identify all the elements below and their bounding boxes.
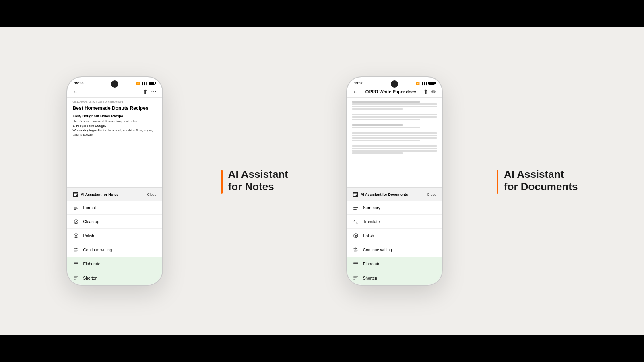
menu-item-cleanup[interactable]: Clean up xyxy=(67,215,162,229)
ai-panel-header-docs: AI Assistant for Documents Close xyxy=(347,188,442,201)
menu-item-summary[interactable]: Summary xyxy=(347,201,442,215)
doc-section-4 xyxy=(352,132,437,141)
shorten-label: Shorten xyxy=(83,276,97,280)
format-label: Format xyxy=(83,206,96,210)
menu-item-polish-docs[interactable]: Polish xyxy=(347,229,442,243)
note-meta: 08/11/2024, 18:52 | 658 | Uncategorised xyxy=(67,98,162,105)
doc-section-3 xyxy=(352,124,437,128)
status-bar-notes: 19:30 📶 ▐▐▐ xyxy=(67,77,162,87)
svg-rect-12 xyxy=(74,251,77,251)
note-subtitle: Easy Doughnut Holes Recipe xyxy=(73,114,157,118)
svg-rect-33 xyxy=(353,263,358,264)
svg-rect-34 xyxy=(353,265,357,265)
svg-rect-13 xyxy=(74,262,78,263)
menu-item-elaborate[interactable]: Elaborate xyxy=(67,257,162,271)
battery-icon-docs xyxy=(428,82,435,85)
svg-rect-6 xyxy=(74,208,78,209)
ai-panel-title-notes: AI Assistant for Notes xyxy=(73,192,119,197)
phone-notes: 19:30 📶 ▐▐▐ ← ⬆ ⋯ 08/11/2024, 18:52 | 65… xyxy=(66,76,163,286)
svg-rect-30 xyxy=(354,250,358,250)
format-icon xyxy=(73,204,79,211)
wifi-icon: 📶 xyxy=(136,82,140,85)
svg-point-10 xyxy=(75,235,77,237)
cleanup-icon xyxy=(73,218,79,225)
polish-label-docs: Polish xyxy=(363,234,374,238)
elaborate-icon xyxy=(73,261,79,267)
svg-rect-32 xyxy=(353,262,358,263)
shorten-icon xyxy=(73,275,79,281)
menu-item-translate[interactable]: A 文 Translate xyxy=(347,215,442,229)
ai-title-text-docs: AI Assistant for Documents xyxy=(361,193,408,197)
polish-icon-docs xyxy=(353,232,359,239)
svg-rect-18 xyxy=(74,279,76,280)
label-group-docs: AI Assistantfor Documents xyxy=(475,168,578,194)
menu-item-continue[interactable]: Continue writing xyxy=(67,243,162,257)
more-button-notes[interactable]: ⋯ xyxy=(151,88,157,95)
nav-bar-notes: ← ⬆ ⋯ xyxy=(67,87,162,98)
svg-rect-25 xyxy=(353,209,357,210)
doc-content-area: AI Assistant for Documents Close Summary xyxy=(347,98,442,273)
status-icons-docs: 📶 ▐▐▐ xyxy=(416,82,435,85)
svg-point-29 xyxy=(355,235,357,237)
time-notes: 19:30 xyxy=(74,81,84,85)
svg-rect-11 xyxy=(74,250,78,250)
top-bar xyxy=(0,0,644,27)
nav-actions-docs: ⬆ ✏ xyxy=(423,88,436,95)
doc-section-2 xyxy=(352,114,437,120)
svg-rect-1 xyxy=(74,193,78,194)
continue-label: Continue writing xyxy=(83,248,112,252)
back-button-docs[interactable]: ← xyxy=(353,88,358,95)
shorten-label-docs: Shorten xyxy=(363,276,377,280)
ai-close-button-docs[interactable]: Close xyxy=(427,193,436,197)
menu-item-polish[interactable]: Polish xyxy=(67,229,162,243)
signal-icon: ▐▐▐ xyxy=(141,82,147,85)
status-icons-notes: 📶 ▐▐▐ xyxy=(136,82,155,85)
orange-bar-1 xyxy=(221,170,223,194)
share-button-docs[interactable]: ⬆ xyxy=(423,88,428,95)
share-button-notes[interactable]: ⬆ xyxy=(143,88,148,95)
menu-item-elaborate-docs[interactable]: Elaborate xyxy=(347,257,442,271)
svg-rect-15 xyxy=(74,265,77,265)
svg-rect-3 xyxy=(74,195,76,196)
svg-rect-37 xyxy=(353,279,355,280)
summary-icon xyxy=(353,204,359,211)
note-content-area: 08/11/2024, 18:52 | 658 | Uncategorised … xyxy=(67,98,162,273)
back-button-notes[interactable]: ← xyxy=(73,88,78,95)
camera-notes xyxy=(111,80,118,88)
ai-close-button-notes[interactable]: Close xyxy=(147,193,157,197)
svg-rect-35 xyxy=(353,276,358,277)
label-text-docs: AI Assistantfor Documents xyxy=(504,168,578,193)
orange-bar-2 xyxy=(497,170,498,194)
label-text-notes: AI Assistantfor Notes xyxy=(228,168,288,193)
svg-rect-20 xyxy=(353,193,357,194)
svg-rect-24 xyxy=(353,207,358,208)
menu-item-shorten-docs[interactable]: Shorten xyxy=(347,271,442,285)
time-docs: 19:30 xyxy=(354,81,363,85)
dashed-line-left-2 xyxy=(475,181,491,181)
summary-label: Summary xyxy=(363,206,380,210)
elaborate-label-docs: Elaborate xyxy=(363,262,380,266)
camera-docs xyxy=(391,80,398,88)
nav-bar-docs: ← OPPO White Paper.docx ⬆ ✏ xyxy=(347,87,442,98)
svg-rect-21 xyxy=(353,194,357,195)
menu-item-format[interactable]: Format xyxy=(67,201,162,215)
signal-icon-docs: ▐▐▐ xyxy=(421,82,427,85)
svg-rect-36 xyxy=(353,278,357,278)
svg-rect-17 xyxy=(74,278,77,278)
ai-panel-header-notes: AI Assistant for Notes Close xyxy=(67,188,162,201)
ai-panel-docs: AI Assistant for Documents Close Summary xyxy=(347,187,442,285)
menu-item-continue-docs[interactable]: Continue writing xyxy=(347,243,442,257)
note-body: Here's how to make delicious doughnut ho… xyxy=(73,119,157,137)
svg-rect-2 xyxy=(74,194,77,195)
translate-icon: A 文 xyxy=(353,218,359,225)
svg-rect-7 xyxy=(74,209,76,210)
doc-title: OPPO White Paper.docx xyxy=(365,89,417,94)
doc-section-1 xyxy=(352,101,437,110)
menu-item-shorten[interactable]: Shorten xyxy=(67,271,162,285)
continue-icon-docs xyxy=(353,247,359,253)
svg-rect-23 xyxy=(353,206,358,206)
edit-button-docs[interactable]: ✏ xyxy=(431,88,436,95)
translate-label: Translate xyxy=(363,220,380,224)
scene: 19:30 📶 ▐▐▐ ← ⬆ ⋯ 08/11/2024, 18:52 | 65… xyxy=(0,0,644,362)
elaborate-icon-docs xyxy=(353,261,359,267)
